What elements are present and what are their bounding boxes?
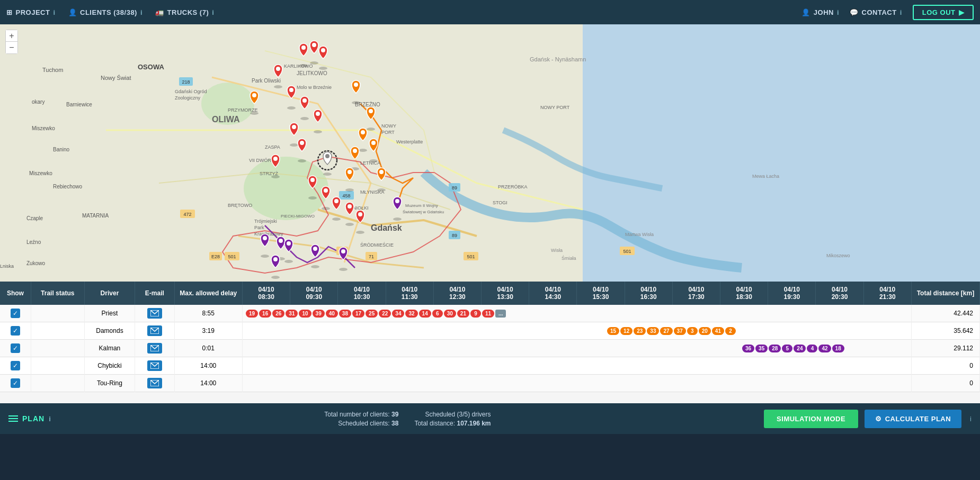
header-time-0930: 04/1009:30 (290, 282, 338, 305)
svg-text:Muzeum II Wojny: Muzeum II Wojny (405, 203, 438, 208)
route-chip: 20 (699, 327, 711, 335)
svg-text:Zoologiczny: Zoologiczny (175, 95, 201, 101)
email-cell[interactable] (135, 322, 174, 340)
nav-trucks[interactable]: 🚛 TRUCKS (7) i (155, 8, 214, 16)
svg-point-112 (359, 149, 367, 152)
driver-cell: Priest (84, 305, 135, 322)
svg-point-130 (311, 265, 319, 268)
svg-point-120 (377, 188, 386, 192)
route-chips: 36352852444218 (246, 345, 908, 352)
trucks-info-icon[interactable]: i (212, 8, 214, 16)
header-time-1530: 04/1015:30 (577, 282, 625, 305)
show-cell[interactable] (0, 357, 31, 375)
svg-point-105 (358, 212, 362, 216)
calculate-plan-label: CALCULATE PLAN (885, 415, 951, 423)
clients-info-icon[interactable]: i (140, 8, 142, 16)
table-row: Tou-Ring14:000 (0, 375, 980, 392)
show-cell[interactable] (0, 340, 31, 357)
header-delay: Max. allowed delay (174, 282, 242, 305)
svg-text:BRĘTOWO: BRĘTOWO (228, 203, 252, 208)
svg-point-88 (314, 130, 322, 133)
route-chip: 2 (725, 327, 736, 335)
project-label: PROJECT (16, 8, 50, 16)
driver-cell: Kalman (84, 340, 135, 357)
svg-text:501: 501 (228, 254, 236, 259)
nav-clients[interactable]: 👤 CLIENTS (38/38) i (68, 8, 143, 16)
route-chip: 3 (687, 327, 698, 335)
route-chip: 32 (405, 310, 417, 318)
show-checkbox[interactable] (11, 326, 20, 336)
svg-text:89: 89 (452, 233, 457, 238)
show-checkbox[interactable] (11, 343, 20, 353)
svg-text:ZASPA: ZASPA (265, 144, 280, 150)
email-cell[interactable] (135, 357, 174, 375)
svg-point-109 (354, 83, 358, 87)
route-chip: 23 (634, 327, 646, 335)
route-chip: 36 (742, 345, 754, 352)
zoom-out-button[interactable]: − (6, 42, 17, 53)
header-time-1430: 04/1014:30 (529, 282, 577, 305)
show-checkbox[interactable] (11, 378, 20, 388)
nav-contact[interactable]: 💬 CONTACT i (850, 8, 902, 16)
trucks-label: TRUCKS (7) (167, 8, 209, 16)
scheduled-clients-value: 38 (391, 420, 398, 427)
svg-text:E28: E28 (211, 254, 220, 259)
svg-point-115 (371, 141, 376, 145)
route-chip: 5 (782, 345, 792, 352)
simulation-mode-button[interactable]: SIMULATION MODE (764, 410, 858, 428)
nav-project[interactable]: ⊞ PROJECT i (6, 8, 56, 16)
svg-point-87 (302, 98, 307, 103)
svg-point-98 (322, 207, 330, 210)
header-driver: Driver (84, 282, 135, 305)
nav-user[interactable]: 👤 JOHN i (801, 8, 839, 16)
svg-point-137 (323, 173, 332, 176)
svg-text:218: 218 (182, 79, 190, 85)
svg-point-89 (316, 112, 320, 116)
email-icon[interactable] (147, 360, 162, 371)
plan-info-icon[interactable]: i (49, 415, 51, 423)
email-cell[interactable] (135, 305, 174, 322)
show-checkbox[interactable] (11, 361, 20, 370)
show-cell[interactable] (0, 322, 31, 340)
email-icon[interactable] (147, 308, 162, 319)
svg-text:okary: okary (32, 99, 44, 105)
table-row: Kalman0:013635285244421829.112 (0, 340, 980, 357)
route-chip: 17 (352, 310, 364, 318)
calculate-icon: ⚙ (875, 415, 882, 423)
calc-info-icon[interactable]: i (970, 415, 972, 423)
email-icon[interactable] (147, 343, 162, 354)
user-info-icon[interactable]: i (837, 8, 839, 16)
email-cell[interactable] (135, 375, 174, 392)
show-checkbox[interactable] (11, 309, 20, 318)
svg-point-95 (273, 157, 278, 161)
svg-point-134 (339, 268, 348, 271)
route-chip: 6 (432, 310, 443, 318)
email-cell[interactable] (135, 340, 174, 357)
map-container[interactable]: Tuchom Nowy Świat OSOWA okary Barniewice… (0, 24, 980, 282)
show-cell[interactable] (0, 305, 31, 322)
svg-text:Mewa Łacha: Mewa Łacha (752, 174, 779, 179)
header-total: Total distance [km] (911, 282, 979, 305)
show-cell[interactable] (0, 375, 31, 392)
svg-point-113 (361, 130, 365, 134)
logout-button[interactable]: LOG OUT ▶ (913, 5, 974, 20)
hamburger-icon[interactable] (8, 415, 18, 422)
svg-point-101 (334, 199, 338, 203)
calculate-plan-button[interactable]: ⚙ CALCULATE PLAN (865, 410, 961, 428)
email-icon[interactable] (147, 325, 162, 336)
contact-info-icon[interactable]: i (900, 8, 902, 16)
svg-point-100 (332, 218, 341, 221)
svg-text:Tuchom: Tuchom (42, 67, 63, 73)
scheduled-clients-label: Scheduled clients: 38 (324, 420, 398, 427)
route-chips: 191626311039403817252234321463021911... (246, 310, 908, 318)
svg-point-81 (321, 48, 325, 52)
route-chip: 37 (674, 327, 686, 335)
email-icon[interactable] (147, 378, 162, 388)
route-chip: 38 (339, 310, 351, 318)
header-time-1830: 04/1018:30 (720, 282, 768, 305)
project-info-icon[interactable]: i (53, 8, 55, 16)
svg-point-86 (300, 117, 309, 120)
route-chips: 151223332737320412 (246, 327, 908, 335)
svg-text:Trójmiejski: Trójmiejski (254, 219, 277, 224)
zoom-in-button[interactable]: + (6, 30, 17, 42)
